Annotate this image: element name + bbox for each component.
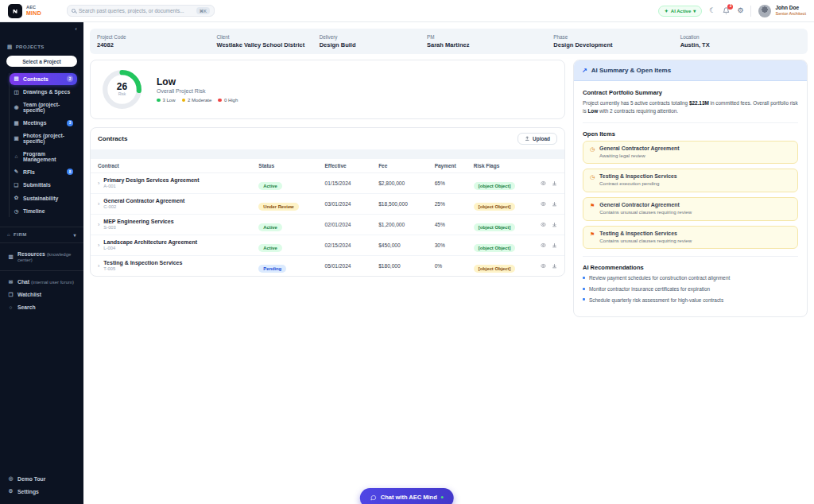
contract-code: A-001 (103, 184, 199, 189)
legend-dot (218, 99, 222, 103)
user-role: Senior Architect (775, 11, 806, 17)
download-icon[interactable] (552, 222, 557, 227)
col-contract: Contract (98, 163, 258, 169)
program-icon: ⌂ (14, 153, 19, 159)
contract-code: T-005 (103, 266, 182, 272)
contract-row[interactable]: › MEP Engineering Services S-003 Active … (91, 215, 564, 235)
download-icon[interactable] (552, 201, 557, 207)
sidebar-item-badge: 8 (67, 169, 73, 175)
contract-name: General Contractor Agreement (103, 198, 184, 205)
sidebar-nav-item[interactable]: ◉ Team (project-specific) (10, 99, 77, 116)
view-eye-icon[interactable] (541, 180, 546, 186)
effective-date: 05/01/2024 (325, 263, 379, 269)
projects-section-label: ▤ PROJECTS (0, 44, 83, 50)
tour-icon: ◎ (8, 475, 14, 482)
sidebar-nav-item[interactable]: ▤ Contracts 2 (10, 73, 77, 85)
divider (583, 256, 798, 257)
status-badge: Pending (258, 265, 286, 273)
search-input[interactable] (79, 8, 193, 14)
contract-row[interactable]: › Landscape Architecture Agreement L-004… (91, 235, 564, 256)
sidebar-tool-item[interactable]: ✉ Chat (internal user forum) (6, 276, 77, 289)
contract-row[interactable]: › Primary Design Services Agreement A-00… (91, 173, 564, 194)
open-item-card[interactable]: ◷ Testing & Inspection Services Contract… (583, 169, 798, 192)
open-item-card[interactable]: ⚑ Testing & Inspection Services Contains… (583, 226, 798, 250)
effective-date: 01/15/2024 (325, 180, 379, 186)
risk-flag-badge: [object Object] (474, 265, 516, 273)
fee-value: $450,000 (378, 242, 435, 248)
expand-row-chevron-icon[interactable]: › (98, 222, 99, 227)
app-logo[interactable]: AEC MIND (8, 4, 41, 18)
risk-level: Low (157, 76, 238, 87)
logo-line2: MIND (26, 10, 41, 16)
firm-label: FIRM (14, 232, 27, 237)
sidebar-nav-item[interactable]: ▦ Meetings 3 (10, 117, 77, 129)
sidebar-tool-item[interactable]: ○ Search (6, 301, 77, 313)
contracts-table-body: › Primary Design Services Agreement A-00… (91, 173, 564, 276)
expand-row-chevron-icon[interactable]: › (98, 263, 99, 269)
download-icon[interactable] (552, 263, 557, 269)
sidebar-footer-item[interactable]: ⚙ Settings (6, 485, 77, 498)
open-item-title: Testing & Inspection Services (599, 231, 692, 238)
status-badge: Active (258, 223, 281, 231)
flag-icon: ⚑ (590, 231, 595, 245)
ai-summary-panel: ↗ AI Summary & Open Items Contract Portf… (573, 60, 808, 317)
sidebar-item-label: Team (project-specific) (23, 102, 73, 113)
sidebar-nav-item[interactable]: ❏ Submittals (10, 179, 77, 191)
select-project-button[interactable]: Select a Project (6, 56, 77, 67)
contract-name: Primary Design Services Agreement (103, 177, 199, 184)
field-label: PM (427, 34, 553, 40)
view-eye-icon[interactable] (541, 242, 546, 248)
expand-row-chevron-icon[interactable]: › (98, 180, 99, 186)
sidebar-item-label: RFIs (23, 169, 35, 175)
risk-flag-badge: [object Object] (474, 203, 516, 211)
sidebar-collapse-button[interactable]: ‹ (75, 25, 77, 33)
expand-row-chevron-icon[interactable]: › (98, 201, 99, 207)
open-item-card[interactable]: ⚑ General Contractor Agreement Contains … (583, 197, 798, 221)
project-info-field: Phase Design Development (553, 34, 680, 48)
effective-date: 02/01/2024 (325, 222, 379, 227)
sidebar-nav-item[interactable]: ◷ Timeline (10, 205, 77, 217)
chat-with-aec-mind-button[interactable]: Chat with AEC Mind (360, 488, 454, 504)
sidebar-item-badge: 2 (67, 76, 73, 82)
view-eye-icon[interactable] (541, 263, 546, 269)
clock-icon: ◷ (590, 173, 595, 188)
payment-percent: 45% (435, 222, 474, 227)
sidebar-footer-item[interactable]: ◎ Demo Tour (6, 472, 77, 485)
contracts-title: Contracts (98, 135, 127, 142)
sidebar-nav-item[interactable]: ⌂ Program Management (10, 148, 77, 165)
dark-mode-toggle[interactable]: ☾ (709, 7, 715, 14)
sidebar-tool-item[interactable]: ❒ Watchlist (6, 289, 77, 301)
view-eye-icon[interactable] (541, 201, 546, 207)
top-bar: AEC MIND ⌘K ✦ AI Active ▾ ☾ 3 ⚙ (0, 0, 814, 22)
ai-recommendations-list: Review payment schedules for constructio… (583, 274, 798, 304)
sidebar-nav-item[interactable]: ◫ Drawings & Specs (10, 86, 77, 98)
sidebar-nav-item[interactable]: ✿ Sustainability (10, 192, 77, 204)
user-menu[interactable]: John Doe Senior Architect (758, 5, 806, 17)
status-badge: Active (258, 182, 281, 190)
sidebar-nav-item[interactable]: ▣ Photos (project-specific) (10, 130, 77, 147)
download-icon[interactable] (552, 180, 557, 186)
risk-overview-card: 26 Risk Low Overall Project Risk (90, 60, 565, 119)
divider (583, 122, 798, 123)
risk-legend: 3 Low 2 Moderate (157, 98, 238, 103)
notifications-button[interactable]: 3 (723, 7, 730, 14)
ai-active-toggle[interactable]: ✦ AI Active ▾ (658, 6, 703, 17)
contract-row[interactable]: › Testing & Inspection Services T-005 Pe… (91, 256, 564, 276)
sidebar-firm-item[interactable]: ▥ Resources (knowledge center) (6, 248, 77, 266)
contract-row[interactable]: › General Contractor Agreement C-002 Und… (91, 194, 564, 215)
sidebar-item-label: Meetings (23, 120, 46, 126)
upload-button[interactable]: Upload (517, 133, 557, 145)
firm-section-toggle[interactable]: ⌂ FIRM ▾ (0, 227, 83, 242)
sidebar-nav-item[interactable]: ✎ RFIs 8 (10, 166, 77, 178)
open-item-title: General Contractor Agreement (599, 145, 679, 153)
open-item-card[interactable]: ◷ General Contractor Agreement Awaiting … (583, 141, 798, 165)
download-icon[interactable] (552, 242, 557, 248)
col-effective: Effective (325, 163, 379, 169)
payment-percent: 25% (435, 201, 474, 207)
expand-row-chevron-icon[interactable]: › (98, 242, 99, 248)
settings-button[interactable]: ⚙ (737, 7, 743, 14)
view-eye-icon[interactable] (541, 222, 546, 227)
sidebar-item-label: Drawings & Specs (23, 89, 70, 95)
global-search[interactable]: ⌘K (67, 5, 215, 17)
field-value: Design Development (553, 41, 680, 48)
